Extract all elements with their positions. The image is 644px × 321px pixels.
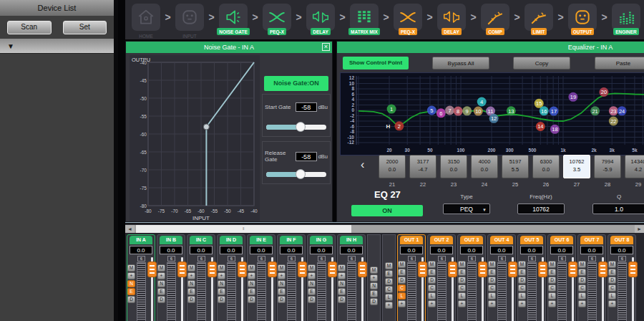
channel-strip-out-2[interactable]: OUT 20.0MEDCL+6-64 [427,234,456,321]
channel-button-m[interactable]: M [218,264,225,272]
start-gate-value[interactable]: -58 [296,102,317,112]
channel-value[interactable]: 0.0 [520,246,543,254]
channel-value[interactable]: 0.0 [340,246,363,254]
channel-button-plus[interactable]: + [398,300,406,307]
channel-value[interactable]: 0.0 [550,246,573,254]
channel-strip-in-d[interactable]: IN D0.0M+NED6-64 [217,234,245,321]
fader-handle[interactable] [628,262,638,277]
channel-button-l[interactable]: L [548,292,556,300]
release-gate-slider[interactable] [266,172,326,177]
fader-handle[interactable] [568,262,577,277]
channel-button-e[interactable]: E [338,288,346,295]
channel-button-c[interactable]: C [398,284,406,292]
channel-button-d[interactable]: D [218,296,225,303]
channel-fader[interactable] [268,256,275,321]
channel-button-c[interactable]: C [548,284,556,292]
channel-button-m[interactable]: M [187,264,195,272]
master-button-d[interactable]: D [370,298,378,305]
eq-band-cell-23[interactable]: 31500.0 [440,155,467,178]
paste-button[interactable]: Paste [595,57,644,70]
channel-button-m[interactable]: M [488,261,496,268]
channel-value[interactable]: 0.0 [460,246,483,254]
eq-band-cell-28[interactable]: 7994-5.9 [594,155,621,178]
eq-on-button[interactable]: ON [351,205,423,216]
channel-fader[interactable] [478,256,485,321]
toolbar-item-output[interactable]: OUTPUT [565,0,600,35]
channel-button-c[interactable]: C [578,284,586,292]
channel-button-d[interactable]: D [518,277,526,284]
toolbar-item-home[interactable]: HOME [128,0,164,39]
channel-button-d[interactable]: D [157,296,165,303]
channel-fader[interactable] [208,256,215,321]
channel-value[interactable]: 0.0 [310,246,333,254]
channel-button-c[interactable]: C [518,284,526,292]
channel-fader[interactable] [568,256,575,321]
channel-button-plus[interactable]: + [608,300,616,307]
toolbar-item-delay[interactable]: DELAY [303,0,338,35]
channel-button-plus[interactable]: + [578,300,586,307]
channel-button-l[interactable]: L [458,292,466,300]
channel-button-c[interactable]: C [608,284,616,292]
channel-button-m[interactable]: M [428,261,436,268]
channel-fader[interactable] [538,256,545,321]
fader-handle[interactable] [358,262,367,277]
fader-handle[interactable] [598,262,608,277]
master-button-e[interactable]: E [370,290,378,297]
channel-strip-in-b[interactable]: IN B0.0M+NED6-64 [157,234,185,321]
channel-strip-out-3[interactable]: OUT 30.0MEDCL+6-64 [457,234,486,321]
channel-value[interactable]: 0.0 [130,246,152,254]
channel-button-d[interactable]: D [278,296,286,303]
channel-button-e[interactable]: E [578,269,586,276]
fader-handle[interactable] [208,262,217,277]
channel-fader[interactable] [358,256,365,321]
scroll-left-icon[interactable]: ◄ [125,225,135,233]
channel-button-n[interactable]: N [127,280,135,287]
channel-button-m[interactable]: M [127,264,135,272]
channel-value[interactable]: 0.0 [160,246,182,254]
channel-button-e[interactable]: E [218,288,225,295]
fader-handle[interactable] [147,262,157,277]
channel-strip-in-g[interactable]: IN G0.0M+NED6-64 [307,234,336,321]
channel-fader[interactable] [147,256,155,321]
channel-button-m[interactable]: M [248,264,255,272]
eq-band-cell-25[interactable]: 51975.5 [502,155,529,178]
channel-strip-out-8[interactable]: OUT 80.0MEDCL+6-64 [608,234,636,321]
channel-strip-out-1[interactable]: OUT 10.0MEDCL+6-64 [397,234,426,321]
channel-button-plus[interactable]: + [548,300,556,307]
channel-value[interactable]: 0.0 [220,246,243,254]
channel-button-d[interactable]: D [398,277,406,284]
channel-button-plus[interactable]: + [248,272,255,279]
channel-button-d[interactable]: D [127,296,135,303]
channel-button-m[interactable]: M [157,264,165,272]
channel-strip-in-c[interactable]: IN C0.0M+NED6-64 [187,234,215,321]
scrollbar-thumb[interactable]: ‖ [136,225,351,233]
channel-button-m[interactable]: M [578,261,586,268]
channel-button-l[interactable]: L [428,292,436,300]
channel-button-e[interactable]: E [488,269,496,276]
channel-button-l[interactable]: L [398,292,406,300]
freq-field[interactable]: 10762 [517,203,565,214]
slider-thumb[interactable] [296,169,306,179]
channel-strip-out-5[interactable]: OUT 50.0MEDCL+6-64 [517,234,546,321]
master-button-plus[interactable]: + [370,274,378,282]
fader-handle[interactable] [298,262,307,277]
toolbar-item-peq-x[interactable]: PEQ-X [390,0,426,35]
channel-button-plus[interactable]: + [157,272,165,279]
channel-strip-in-a[interactable]: IN A0.0M+NED6-64 [127,234,155,321]
channel-button-m[interactable]: M [458,261,466,268]
master-button-d[interactable]: D [385,278,393,285]
set-button[interactable]: Set [63,21,107,34]
channel-button-c[interactable]: C [488,284,496,292]
show-control-point-button[interactable]: Show Control Point [343,57,409,70]
band-scroll-left-icon[interactable]: ‹ [361,158,364,171]
channel-button-l[interactable]: L [608,292,616,300]
channel-button-m[interactable]: M [608,261,616,268]
channel-fader[interactable] [598,256,605,321]
channel-button-d[interactable]: D [248,296,255,303]
channel-value[interactable]: 0.0 [430,246,453,254]
channel-value[interactable]: 0.0 [250,246,273,254]
channel-button-plus[interactable]: + [187,272,195,279]
channel-button-plus[interactable]: + [127,272,135,279]
channel-button-plus[interactable]: + [338,272,346,279]
channel-strip-in-e[interactable]: IN E0.0M+NED6-64 [247,234,275,321]
